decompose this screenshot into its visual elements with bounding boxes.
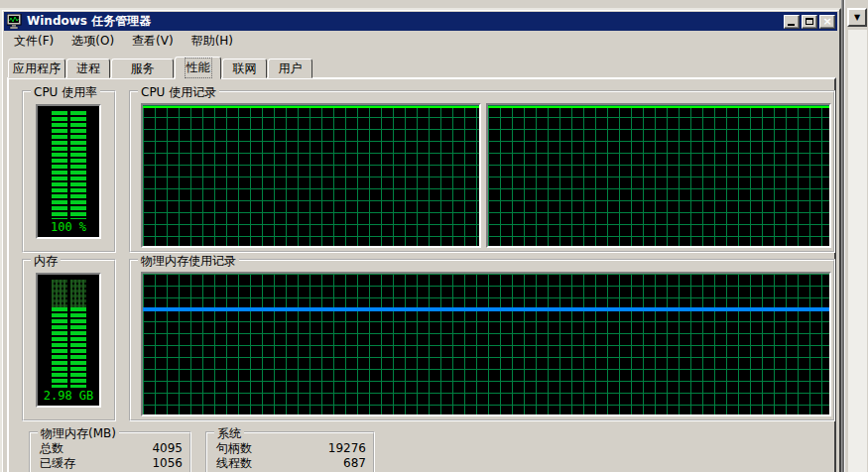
tab-processes[interactable]: 进程 xyxy=(66,59,110,78)
stat-row-threads: 线程数 687 xyxy=(207,456,373,471)
system-group-label: 系统 xyxy=(214,425,244,442)
minimize-icon xyxy=(788,24,795,26)
menu-help[interactable]: 帮助(H) xyxy=(183,31,242,52)
title-bar[interactable]: Windows 任务管理器 × xyxy=(4,12,837,31)
cpu-gauge-fill xyxy=(52,111,67,219)
memory-history-group-label: 物理内存使用记录 xyxy=(138,253,239,270)
memory-history-line xyxy=(143,307,829,311)
cpu1-history-graph xyxy=(141,103,481,248)
chevron-down-icon: ▼ xyxy=(854,13,860,22)
tab-performance[interactable]: 性能 xyxy=(175,57,221,79)
menu-file[interactable]: 文件(F) xyxy=(5,31,62,52)
tab-bar: 应用程序 进程 服务 性能 联网 用户 xyxy=(8,56,313,78)
scrollbar-track[interactable] xyxy=(848,30,867,472)
stat-row-total: 总数 4095 xyxy=(31,441,189,456)
tab-users[interactable]: 用户 xyxy=(268,59,312,78)
close-button[interactable]: × xyxy=(819,15,835,29)
tab-services[interactable]: 服务 xyxy=(111,59,174,78)
stat-row-handles: 句柄数 19276 xyxy=(207,441,373,456)
tab-applications[interactable]: 应用程序 xyxy=(8,59,65,78)
maximize-icon xyxy=(806,18,813,25)
cpu-usage-value: 100 % xyxy=(38,220,99,237)
performance-tab-page: CPU 使用率 100 % CPU 使用记录 内存 xyxy=(7,77,836,472)
cpu-history-group-label: CPU 使用记录 xyxy=(138,84,219,101)
memory-history-groupbox: 物理内存使用记录 xyxy=(129,259,835,421)
cpu2-history-line xyxy=(488,106,829,108)
memory-history-graph xyxy=(141,272,831,416)
system-groupbox: 系统 句柄数 19276 线程数 687 进程数 81 xyxy=(205,431,375,472)
task-manager-icon xyxy=(7,14,23,29)
memory-groupbox: 内存 2.98 GB xyxy=(22,259,116,421)
stat-row-cached: 已缓存 1056 xyxy=(31,456,189,471)
cpu2-history-graph xyxy=(486,103,831,248)
memory-gauge-fill xyxy=(52,307,67,388)
outer-scrollbar[interactable]: ▼ xyxy=(844,0,868,472)
cpu-history-groupbox: CPU 使用记录 xyxy=(129,90,835,253)
cpu-usage-gauge: 100 % xyxy=(36,104,101,239)
cpu1-history-line xyxy=(143,106,479,108)
cpu-usage-group-label: CPU 使用率 xyxy=(31,84,100,101)
menu-view[interactable]: 查看(V) xyxy=(123,31,183,52)
physical-memory-group-label: 物理内存(MB) xyxy=(38,425,119,442)
task-manager-window: Windows 任务管理器 × 文件(F) 选项(O) 查看(V) 帮助(H) … xyxy=(0,8,841,472)
memory-group-label: 内存 xyxy=(31,253,61,270)
scrollbar-dropdown-button[interactable]: ▼ xyxy=(847,8,867,27)
minimize-button[interactable] xyxy=(784,15,800,29)
close-icon: × xyxy=(822,17,831,27)
memory-gauge: 2.98 GB xyxy=(36,273,101,408)
tab-networking[interactable]: 联网 xyxy=(222,59,267,78)
menu-options[interactable]: 选项(O) xyxy=(62,31,123,52)
memory-usage-value: 2.98 GB xyxy=(38,389,99,406)
maximize-button[interactable] xyxy=(802,15,817,29)
window-title: Windows 任务管理器 xyxy=(27,13,784,30)
cpu-usage-groupbox: CPU 使用率 100 % xyxy=(22,90,116,253)
menu-bar: 文件(F) 选项(O) 查看(V) 帮助(H) xyxy=(5,32,836,51)
physical-memory-groupbox: 物理内存(MB) 总数 4095 已缓存 1056 可用 1040 xyxy=(29,431,191,472)
